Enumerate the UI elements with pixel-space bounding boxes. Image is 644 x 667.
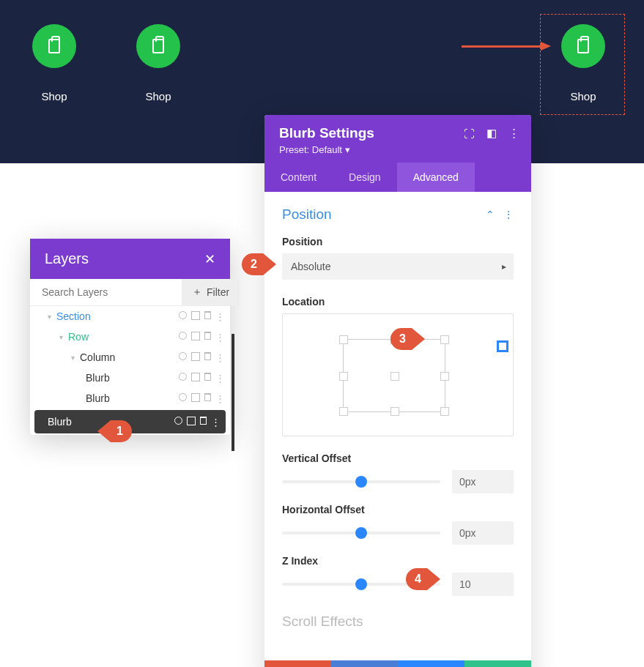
duplicate-icon[interactable] — [191, 332, 200, 343]
kebab-icon[interactable]: ⋮ — [215, 332, 224, 343]
trash-icon[interactable] — [204, 373, 211, 381]
kebab-icon[interactable]: ⋮ — [215, 311, 224, 322]
layers-header[interactable]: Layers ✕ — [30, 239, 230, 279]
row-actions: ⋮ — [179, 311, 224, 322]
settings-panel[interactable]: Blurb Settings Preset: Default ▾ ⛶ ◧ ⋮ C… — [264, 115, 531, 667]
anchor-tr[interactable] — [440, 335, 449, 344]
tree-row-blurb[interactable]: Blurb ⋮ — [30, 368, 230, 388]
row-actions: ⋮ — [174, 417, 220, 428]
tab-design[interactable]: Design — [333, 163, 397, 192]
shop-icon-circle — [561, 24, 605, 68]
layers-search-row: ＋Filter — [30, 279, 230, 306]
duplicate-icon[interactable] — [191, 352, 200, 363]
blurb-label: Blurb — [83, 392, 179, 404]
section-header[interactable]: Position ⌃ ⋮ — [282, 206, 514, 223]
preset-label[interactable]: Preset: Default ▾ — [279, 144, 517, 155]
shop-label: Shop — [32, 90, 76, 103]
shop-icon-circle — [136, 24, 180, 68]
location-label: Location — [282, 296, 514, 308]
expand-icon[interactable]: ⛶ — [464, 127, 475, 140]
close-icon[interactable]: ✕ — [204, 251, 215, 267]
caret-down-icon[interactable]: ▾ — [68, 354, 77, 362]
h-offset-value[interactable]: 0px — [452, 521, 514, 545]
tab-advanced[interactable]: Advanced — [397, 163, 475, 192]
gear-icon[interactable] — [179, 311, 187, 319]
trash-icon[interactable] — [204, 393, 211, 401]
kebab-icon[interactable]: ⋮ — [215, 352, 224, 363]
anchor-bl[interactable] — [339, 407, 348, 416]
settings-header[interactable]: Blurb Settings Preset: Default ▾ ⛶ ◧ ⋮ — [264, 115, 531, 163]
h-offset-row: 0px — [282, 521, 514, 545]
trash-icon[interactable] — [204, 311, 211, 319]
h-offset-label: Horizontal Offset — [282, 504, 514, 515]
tree-row-blurb[interactable]: Blurb ⋮ — [30, 388, 230, 409]
scroll-effects-section[interactable]: Scroll Effects — [282, 614, 514, 630]
anchor-br[interactable] — [440, 407, 449, 416]
shop-icon-circle — [32, 24, 76, 68]
clipboard-icon — [152, 39, 164, 53]
settings-body: Position ⌃ ⋮ Position Absolute ▸ Locatio… — [264, 192, 531, 660]
anchor-mr[interactable] — [440, 372, 449, 381]
duplicate-icon[interactable] — [187, 417, 196, 428]
scrollbar[interactable] — [232, 334, 234, 451]
h-offset-slider[interactable] — [282, 532, 440, 534]
column-label: Column — [77, 351, 179, 363]
gear-icon[interactable] — [174, 417, 182, 425]
kebab-icon[interactable]: ⋮ — [215, 393, 224, 404]
save-button[interactable]: ✔ — [465, 660, 531, 667]
slider-thumb[interactable] — [355, 476, 367, 488]
settings-tabs: Content Design Advanced — [264, 163, 531, 192]
callout-4: 4 — [406, 568, 427, 590]
slider-thumb[interactable] — [355, 578, 367, 590]
layers-panel[interactable]: Layers ✕ ＋Filter ▾ Section ⋮ ▾ Row ⋮ ▾ C… — [30, 239, 230, 435]
gear-icon[interactable] — [179, 332, 187, 340]
arrow-line — [462, 45, 542, 48]
slider-thumb[interactable] — [355, 527, 367, 539]
arrow-head-icon — [541, 42, 551, 51]
position-select[interactable]: Absolute ▸ — [282, 253, 514, 280]
gear-icon[interactable] — [179, 352, 187, 360]
filter-button[interactable]: ＋Filter — [182, 279, 240, 305]
anchor-ml[interactable] — [339, 372, 348, 381]
position-value: Absolute — [291, 261, 330, 272]
v-offset-value[interactable]: 0px — [452, 470, 514, 493]
trash-icon[interactable] — [204, 332, 211, 340]
v-offset-slider[interactable] — [282, 480, 440, 483]
layers-title: Layers — [45, 250, 89, 267]
redo-button[interactable]: ↻ — [398, 660, 465, 667]
kebab-icon[interactable]: ⋮ — [503, 209, 514, 220]
chevron-up-icon[interactable]: ⌃ — [486, 209, 495, 220]
z-index-value[interactable]: 10 — [452, 573, 514, 596]
tree-row-column[interactable]: ▾ Column ⋮ — [30, 347, 230, 368]
kebab-icon[interactable]: ⋮ — [508, 127, 519, 140]
location-frame — [343, 339, 445, 412]
kebab-icon[interactable]: ⋮ — [211, 417, 220, 428]
anchor-mc[interactable] — [391, 372, 399, 381]
duplicate-icon[interactable] — [191, 373, 200, 384]
duplicate-icon[interactable] — [191, 393, 200, 404]
blurb-shop-1[interactable]: Shop — [32, 24, 76, 103]
duplicate-icon[interactable] — [191, 311, 200, 322]
close-button[interactable]: ✖ — [264, 660, 331, 667]
callout-2: 2 — [242, 253, 263, 275]
caret-down-icon[interactable]: ▾ — [56, 333, 65, 341]
tree-row-section[interactable]: ▾ Section ⋮ — [30, 306, 230, 327]
tab-content[interactable]: Content — [264, 163, 333, 192]
caret-down-icon[interactable]: ▾ — [45, 313, 53, 321]
search-input[interactable] — [30, 279, 182, 305]
anchor-outside-tr-selected[interactable] — [497, 340, 508, 352]
filter-label: Filter — [207, 286, 229, 298]
tree-row-row[interactable]: ▾ Row ⋮ — [30, 327, 230, 347]
section-label: Section — [53, 310, 179, 322]
anchor-bc[interactable] — [391, 407, 399, 416]
gear-icon[interactable] — [179, 393, 187, 401]
trash-icon[interactable] — [204, 352, 211, 360]
blurb-shop-3[interactable]: Shop — [561, 24, 605, 103]
trash-icon[interactable] — [200, 417, 207, 425]
gear-icon[interactable] — [179, 373, 187, 381]
anchor-tl[interactable] — [339, 335, 348, 344]
columns-icon[interactable]: ◧ — [486, 127, 497, 140]
kebab-icon[interactable]: ⋮ — [215, 373, 224, 384]
undo-button[interactable]: ↶ — [331, 660, 398, 667]
blurb-shop-2[interactable]: Shop — [136, 24, 180, 103]
